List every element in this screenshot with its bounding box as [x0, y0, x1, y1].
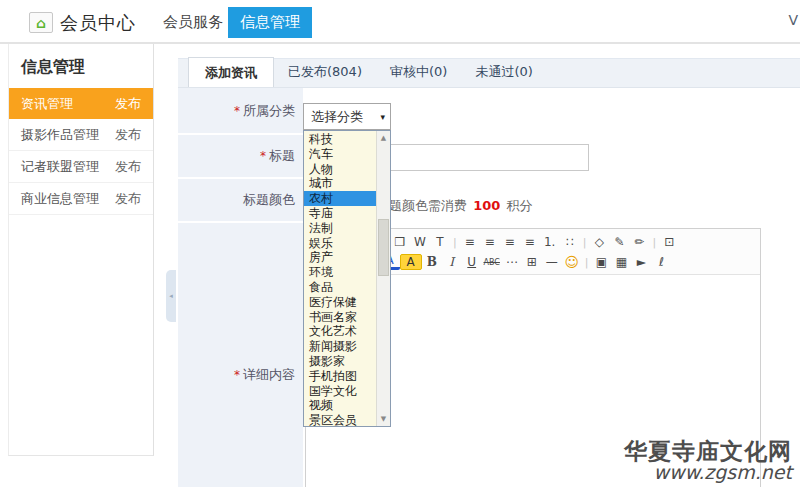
dropdown-scrollbar[interactable]: ▲ ▼ — [376, 131, 390, 426]
dotted-line-icon[interactable]: ⋯ — [502, 254, 522, 271]
unordered-list-icon[interactable]: ∷ — [560, 234, 580, 251]
dropdown-option-法制[interactable]: 法制 — [304, 221, 376, 236]
toolbar-separator: | — [453, 236, 457, 249]
dropdown-option-房产[interactable]: 房产 — [304, 250, 376, 265]
sidebar-item-action[interactable]: 发布 — [115, 119, 141, 150]
category-select[interactable]: 选择分类 ▾ — [303, 103, 391, 130]
content-tab-bar: 添加资讯已发布(804)审核中(0)未通过(0) — [178, 58, 800, 88]
sidebar-collapse-handle[interactable]: ◂ — [166, 270, 176, 322]
italic-icon[interactable]: I — [442, 254, 462, 271]
table-icon[interactable]: ⊞ — [522, 254, 542, 271]
nav-item-member-services[interactable]: 会员服务 — [163, 0, 223, 44]
chevron-down-icon: ▾ — [380, 112, 385, 122]
dropdown-option-景区会员[interactable]: 景区会员 — [304, 413, 376, 427]
category-label: * 所属分类 — [178, 89, 303, 133]
nav-right-partial-text: V — [788, 12, 798, 28]
sidebar-item-记者联盟管理[interactable]: 记者联盟管理发布 — [9, 151, 153, 183]
site-watermark: 华夏寺庙文化网 www.zgsm.net — [624, 439, 792, 483]
dropdown-option-环境[interactable]: 环境 — [304, 265, 376, 280]
dropdown-option-手机拍图[interactable]: 手机拍图 — [304, 369, 376, 384]
dropdown-option-书画名家[interactable]: 书画名家 — [304, 310, 376, 325]
align-center-icon[interactable]: ≡ — [480, 234, 500, 251]
dropdown-option-寺庙[interactable]: 寺庙 — [304, 206, 376, 221]
category-dropdown-list: 科技汽车人物城市农村寺庙法制娱乐房产环境食品医疗保健书画名家文化艺术新闻摄影摄影… — [303, 130, 391, 427]
dropdown-option-摄影家[interactable]: 摄影家 — [304, 354, 376, 369]
title-label: * 标题 — [178, 135, 303, 177]
sidebar-item-label: 资讯管理 — [21, 88, 73, 119]
page-title: 会员中心 — [60, 11, 136, 35]
watermark-site-url: www.zgsm.net — [624, 463, 792, 483]
underline-icon[interactable]: U — [462, 254, 482, 271]
home-button[interactable]: ⌂ — [29, 12, 53, 33]
tab-审核中(0)[interactable]: 审核中(0) — [376, 57, 461, 87]
dropdown-option-农村[interactable]: 农村 — [304, 191, 376, 206]
sidebar-item-商业信息管理[interactable]: 商业信息管理发布 — [9, 183, 153, 215]
media-icon[interactable]: ► — [631, 254, 651, 271]
sidebar-item-action[interactable]: 发布 — [115, 151, 141, 182]
multi-image-icon[interactable]: ▦ — [611, 254, 631, 271]
sidebar-item-label: 记者联盟管理 — [21, 151, 99, 182]
nav-item-info-management[interactable]: 信息管理 — [228, 7, 312, 38]
paste-word-icon[interactable]: W — [410, 234, 430, 251]
sidebar-title: 信息管理 — [21, 57, 153, 78]
dropdown-option-科技[interactable]: 科技 — [304, 132, 376, 147]
bold-icon[interactable]: B — [422, 254, 442, 271]
house-icon: ⌂ — [36, 15, 46, 31]
required-asterisk: * — [234, 368, 240, 382]
dropdown-option-文化艺术[interactable]: 文化艺术 — [304, 324, 376, 339]
collapse-arrow-icon: ◂ — [169, 292, 173, 300]
emoticon-icon[interactable]: ☺ — [562, 254, 582, 271]
required-asterisk: * — [234, 104, 240, 118]
dropdown-option-汽车[interactable]: 汽车 — [304, 147, 376, 162]
category-select-value: 选择分类 — [311, 108, 363, 126]
eraser-icon[interactable]: ◇ — [589, 234, 609, 251]
dropdown-option-医疗保健[interactable]: 医疗保健 — [304, 295, 376, 310]
attachment-icon[interactable]: ℓ — [651, 254, 671, 271]
align-left-icon[interactable]: ≡ — [460, 234, 480, 251]
toolbar-separator: | — [583, 236, 587, 249]
paste-text-icon[interactable]: T — [430, 234, 450, 251]
paste-icon[interactable]: ❒ — [390, 234, 410, 251]
hr-insert-icon[interactable]: — — [542, 254, 562, 271]
dropdown-option-国学文化[interactable]: 国学文化 — [304, 384, 376, 399]
highlight-color-icon[interactable]: A — [400, 254, 422, 270]
content-label: * 详细内容 — [178, 365, 303, 385]
dropdown-option-城市[interactable]: 城市 — [304, 176, 376, 191]
tab-未通过(0)[interactable]: 未通过(0) — [461, 57, 546, 87]
scrollbar-thumb[interactable] — [378, 219, 389, 276]
points-cost-value: 100 — [473, 198, 500, 213]
dropdown-option-视频[interactable]: 视频 — [304, 398, 376, 413]
tab-已发布(804)[interactable]: 已发布(804) — [274, 57, 376, 87]
sidebar-item-资讯管理[interactable]: 资讯管理发布 — [9, 88, 153, 119]
sidebar-item-label: 商业信息管理 — [21, 183, 99, 214]
sidebar-item-action[interactable]: 发布 — [115, 88, 141, 119]
title-color-label: 标题颜色 — [178, 179, 303, 221]
top-navigation: ⌂ 会员中心 会员服务 信息管理 V — [0, 0, 800, 44]
draft-icon[interactable]: ✏ — [629, 234, 649, 251]
row-divider — [178, 221, 303, 223]
required-asterisk: * — [260, 149, 266, 163]
format-brush-icon[interactable]: ✎ — [609, 234, 629, 251]
dropdown-option-新闻摄影[interactable]: 新闻摄影 — [304, 339, 376, 354]
align-justify-icon[interactable]: ≡ — [520, 234, 540, 251]
scroll-down-icon[interactable]: ▼ — [377, 412, 390, 426]
dropdown-option-娱乐[interactable]: 娱乐 — [304, 236, 376, 251]
sidebar-item-label: 摄影作品管理 — [21, 119, 99, 150]
title-color-note: 题颜色需消费 100 积分 — [389, 197, 532, 215]
fullscreen-icon[interactable]: ⊡ — [659, 234, 679, 251]
tab-添加资讯[interactable]: 添加资讯 — [188, 57, 274, 87]
ordered-list-icon[interactable]: 1. — [540, 234, 560, 251]
strikethrough-icon[interactable]: ABC — [482, 254, 502, 271]
form-label-panel: * 所属分类 * 标题 标题颜色 * 详细内容 — [178, 88, 303, 487]
sidebar-item-摄影作品管理[interactable]: 摄影作品管理发布 — [9, 119, 153, 151]
dropdown-option-食品[interactable]: 食品 — [304, 280, 376, 295]
image-insert-icon[interactable]: ▣ — [591, 254, 611, 271]
sidebar-item-action[interactable]: 发布 — [115, 183, 141, 214]
align-right-icon[interactable]: ≡ — [500, 234, 520, 251]
toolbar-separator: | — [652, 236, 656, 249]
dropdown-option-人物[interactable]: 人物 — [304, 162, 376, 177]
sidebar: 信息管理 资讯管理发布摄影作品管理发布记者联盟管理发布商业信息管理发布 — [8, 44, 154, 456]
scroll-up-icon[interactable]: ▲ — [377, 131, 390, 145]
toolbar-separator: | — [585, 256, 589, 269]
watermark-site-name: 华夏寺庙文化网 — [624, 439, 792, 463]
